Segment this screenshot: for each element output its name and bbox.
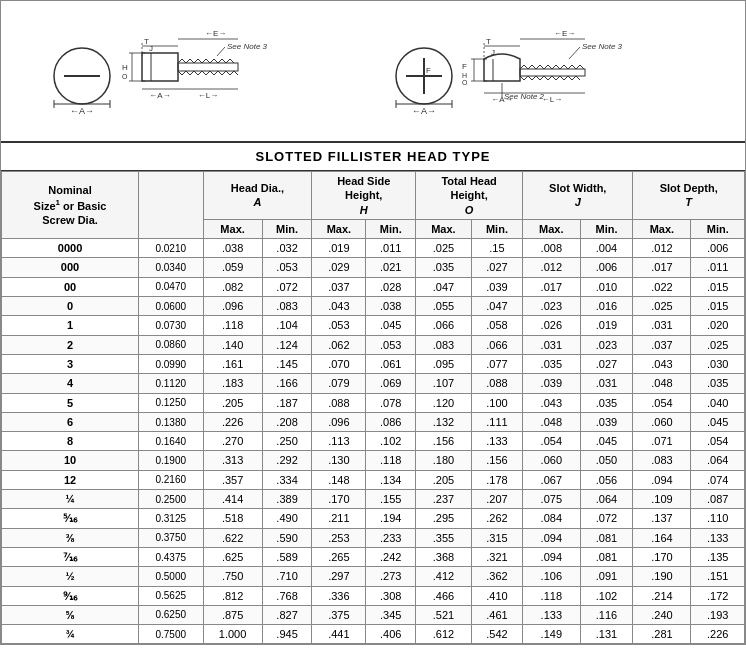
svg-text:See Note 3: See Note 3 bbox=[227, 42, 268, 51]
cell-value: .043 bbox=[633, 354, 691, 373]
table-title: SLOTTED FILLISTER HEAD TYPE bbox=[1, 143, 745, 171]
cell-value: .056 bbox=[580, 470, 633, 489]
svg-line-43 bbox=[569, 47, 580, 59]
cell-value: .375 bbox=[312, 605, 366, 624]
table-row: ⅝0.6250.875.827.375.345.521.461.133.116.… bbox=[2, 605, 745, 624]
cell-size: 0 bbox=[2, 297, 139, 316]
svg-text:H: H bbox=[462, 72, 467, 79]
svg-text:H: H bbox=[122, 63, 128, 72]
cell-value: .091 bbox=[580, 567, 633, 586]
cell-value: .055 bbox=[416, 297, 472, 316]
cell-value: .010 bbox=[580, 277, 633, 296]
cell-value: .625 bbox=[203, 547, 262, 566]
cell-value: .054 bbox=[523, 432, 580, 451]
cell-value: .107 bbox=[416, 374, 472, 393]
cell-value: .124 bbox=[262, 335, 312, 354]
table-row: 0000.0340.059.053.029.021.035.027.012.00… bbox=[2, 258, 745, 277]
cell-value: .074 bbox=[691, 470, 745, 489]
cell-value: .389 bbox=[262, 490, 312, 509]
cell-basic-dia: 0.0210 bbox=[139, 239, 203, 258]
cell-value: .106 bbox=[523, 567, 580, 586]
cell-value: .066 bbox=[416, 316, 472, 335]
cell-value: .104 bbox=[262, 316, 312, 335]
cell-size: ½ bbox=[2, 567, 139, 586]
col-sd-min: Min. bbox=[691, 219, 745, 238]
cell-value: .233 bbox=[366, 528, 416, 547]
cell-value: .017 bbox=[633, 258, 691, 277]
cell-value: .164 bbox=[633, 528, 691, 547]
cell-value: .047 bbox=[416, 277, 472, 296]
cell-value: .166 bbox=[262, 374, 312, 393]
cell-basic-dia: 0.1380 bbox=[139, 412, 203, 431]
cell-value: .035 bbox=[523, 354, 580, 373]
cell-value: .043 bbox=[312, 297, 366, 316]
cell-value: .015 bbox=[691, 277, 745, 296]
cell-value: .226 bbox=[691, 625, 745, 644]
cell-value: .194 bbox=[366, 509, 416, 528]
cell-size: 5 bbox=[2, 393, 139, 412]
cell-value: .273 bbox=[366, 567, 416, 586]
cell-basic-dia: 0.0470 bbox=[139, 277, 203, 296]
table-row: ⁷⁄₁₆0.4375.625.589.265.242.368.321.094.0… bbox=[2, 547, 745, 566]
cell-value: .313 bbox=[203, 451, 262, 470]
cell-size: 2 bbox=[2, 335, 139, 354]
cell-value: .083 bbox=[262, 297, 312, 316]
cell-value: .768 bbox=[262, 586, 312, 605]
cell-size: 12 bbox=[2, 470, 139, 489]
cell-value: .023 bbox=[523, 297, 580, 316]
cell-value: .875 bbox=[203, 605, 262, 624]
cell-value: .017 bbox=[523, 277, 580, 296]
cell-value: .281 bbox=[633, 625, 691, 644]
cell-value: .039 bbox=[523, 374, 580, 393]
cell-value: .006 bbox=[580, 258, 633, 277]
cell-value: .048 bbox=[633, 374, 691, 393]
cell-basic-dia: 0.7500 bbox=[139, 625, 203, 644]
cell-value: .410 bbox=[471, 586, 522, 605]
cell-size: ⅝ bbox=[2, 605, 139, 624]
cell-value: .148 bbox=[312, 470, 366, 489]
table-row: 00000.0210.038.032.019.011.025.15.008.00… bbox=[2, 239, 745, 258]
cell-value: .214 bbox=[633, 586, 691, 605]
cell-value: .064 bbox=[580, 490, 633, 509]
cell-value: .315 bbox=[471, 528, 522, 547]
cell-value: .054 bbox=[633, 393, 691, 412]
cell-value: .038 bbox=[366, 297, 416, 316]
cell-value: .035 bbox=[416, 258, 472, 277]
cell-value: .031 bbox=[580, 374, 633, 393]
cell-value: .086 bbox=[366, 412, 416, 431]
cell-size: 1 bbox=[2, 316, 139, 335]
cell-value: .045 bbox=[580, 432, 633, 451]
cell-size: 6 bbox=[2, 412, 139, 431]
cell-value: .193 bbox=[691, 605, 745, 624]
col-thh-min: Min. bbox=[471, 219, 522, 238]
cell-value: .021 bbox=[366, 258, 416, 277]
cell-value: .083 bbox=[633, 451, 691, 470]
cell-size: ¼ bbox=[2, 490, 139, 509]
cell-basic-dia: 0.0600 bbox=[139, 297, 203, 316]
cell-value: .012 bbox=[523, 258, 580, 277]
cell-value: .102 bbox=[366, 432, 416, 451]
col-total-head: Total HeadHeight,O bbox=[416, 172, 523, 220]
cell-value: .030 bbox=[691, 354, 745, 373]
table-row: ¼0.2500.414.389.170.155.237.207.075.064.… bbox=[2, 490, 745, 509]
table-row: ⁹⁄₁₆0.5625.812.768.336.308.466.410.118.1… bbox=[2, 586, 745, 605]
cell-value: .156 bbox=[416, 432, 472, 451]
cell-basic-dia: 0.0860 bbox=[139, 335, 203, 354]
cell-value: .542 bbox=[471, 625, 522, 644]
cell-value: .118 bbox=[366, 451, 416, 470]
cell-value: .035 bbox=[691, 374, 745, 393]
cell-value: .037 bbox=[312, 277, 366, 296]
cell-value: .069 bbox=[366, 374, 416, 393]
cell-value: .048 bbox=[523, 412, 580, 431]
cell-value: .035 bbox=[580, 393, 633, 412]
cell-size: 000 bbox=[2, 258, 139, 277]
cell-value: .208 bbox=[262, 412, 312, 431]
cell-value: .441 bbox=[312, 625, 366, 644]
table-body: 00000.0210.038.032.019.011.025.15.008.00… bbox=[2, 239, 745, 644]
cell-value: .059 bbox=[203, 258, 262, 277]
cell-value: .240 bbox=[633, 605, 691, 624]
svg-text:←A→: ←A→ bbox=[491, 95, 512, 104]
col-hd-max: Max. bbox=[203, 219, 262, 238]
cell-value: .156 bbox=[471, 451, 522, 470]
cell-value: .027 bbox=[580, 354, 633, 373]
